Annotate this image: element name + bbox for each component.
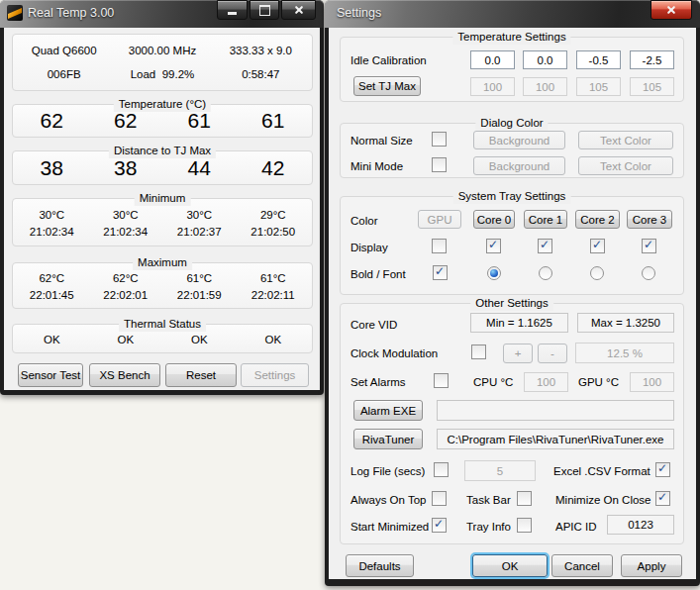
cpu-fsb-multiplier: 333.33 x 9.0 [212,45,310,56]
max-temp-core0: 62°C [15,272,89,284]
dist-core1: 38 [89,156,163,180]
mini-mode-checkbox[interactable] [432,157,447,172]
normal-text-color-button: Text Color [578,131,673,149]
cpu-frequency: 3000.00 MHz [113,45,211,56]
clock-minus-button: - [538,344,567,363]
maximize-icon [259,5,270,16]
dialog-color-group: Dialog Color Normal Size Background Text… [340,123,684,178]
thermal-status-label: Thermal Status [119,317,206,332]
start-minimized-label: Start Minimized [350,520,429,534]
set-alarms-checkbox[interactable] [434,373,449,388]
min-temp-core1: 30°C [89,209,163,221]
log-file-checkbox[interactable] [434,462,449,477]
display-label: Display [350,241,388,254]
min-temp-core3: 29°C [237,209,311,221]
font-core2-radio[interactable] [590,266,604,280]
settings-window: Settings Temperature Settings Idle Calib… [325,0,700,586]
temperature-panel: Temperature (°C) 62 62 61 61 [12,104,313,138]
bold-font-checkbox[interactable] [433,265,448,280]
max-time-core2: 22:01:59 [162,289,237,301]
idle-cal-core2-input[interactable]: -0.5 [576,50,621,69]
clock-modulation-checkbox[interactable] [471,344,486,359]
minimize-button[interactable] [217,0,248,20]
excel-csv-checkbox[interactable] [655,462,670,477]
set-tj-max-button[interactable]: Set TJ Max [353,76,421,96]
font-core3-radio[interactable] [642,266,655,280]
defaults-button[interactable]: Defaults [346,554,414,577]
realtemp-window: Real Temp 3.00 Quad Q6600 3000.00 MHz 33… [0,0,324,395]
system-tray-group: System Tray Settings Color GPU Core 0 Co… [340,196,684,295]
idle-cal-core0-input[interactable]: 0.0 [470,50,515,69]
clock-modulation-label: Clock Modulation [350,346,438,360]
max-time-core0: 22:01:45 [15,289,89,301]
min-temp-core2: 30°C [162,209,237,221]
rivatuner-button[interactable]: RivaTuner [353,429,423,449]
alarm-exe-path-field[interactable] [437,400,674,421]
alarm-exe-button[interactable]: Alarm EXE [353,400,423,421]
settings-close-button[interactable] [650,0,692,20]
gpu-alarm-label: GPU °C [578,375,619,389]
realtemp-client: Quad Q6600 3000.00 MHz 333.33 x 9.0 006F… [4,28,320,390]
log-secs-field: 5 [464,460,536,481]
display-core0-checkbox[interactable] [486,239,501,253]
font-core0-radio[interactable] [487,266,501,280]
temperature-settings-label: Temperature Settings [452,30,570,45]
reset-button[interactable]: Reset [165,363,237,387]
log-file-label: Log File (secs) [350,464,425,478]
core2-color-button[interactable]: Core 2 [575,210,620,229]
temp-core0: 62 [15,109,89,133]
minimum-panel: Minimum 30°C 30°C 30°C 29°C 21:02:34 21:… [12,198,313,246]
task-bar-checkbox[interactable] [517,491,532,506]
clock-plus-button: + [503,344,533,363]
system-tray-label: System Tray Settings [453,189,571,204]
start-minimized-checkbox[interactable] [432,518,447,533]
normal-size-label: Normal Size [350,134,413,148]
font-core1-radio[interactable] [539,266,552,280]
color-label: Color [350,214,377,228]
idle-cal-core3-input[interactable]: -2.5 [630,50,674,69]
tj-max-core1-field: 100 [523,77,567,96]
gpu-color-button: GPU [418,210,461,229]
close-button[interactable] [281,0,316,20]
max-time-core3: 22:02:11 [237,289,311,301]
normal-size-checkbox[interactable] [432,132,447,147]
set-alarms-label: Set Alarms [350,375,406,389]
apply-button[interactable]: Apply [621,554,682,577]
cancel-button[interactable]: Cancel [551,554,613,577]
cpu-alarm-field: 100 [524,372,568,392]
min-time-core2: 21:02:37 [162,226,237,238]
sensor-test-button[interactable]: Sensor Test [18,363,83,387]
minimize-on-close-checkbox[interactable] [655,491,670,506]
core0-color-button[interactable]: Core 0 [473,210,515,229]
mini-background-button: Background [473,156,565,175]
thermal-core1: OK [89,334,163,345]
dist-core2: 44 [162,156,237,180]
tj-max-core3-field: 105 [630,77,674,96]
xs-bench-button[interactable]: XS Bench [89,363,160,387]
settings-titlebar[interactable]: Settings [325,0,700,28]
rivatuner-path-field[interactable]: C:\Program Files\RivaTuner\RivaTuner.exe [437,429,674,449]
tray-info-checkbox[interactable] [517,518,532,533]
realtemp-titlebar[interactable]: Real Temp 3.00 [0,0,324,28]
normal-background-button: Background [473,131,565,149]
min-time-core0: 21:02:34 [15,226,89,238]
vid-min-field: Min = 1.1625 [470,313,568,333]
core-vid-label: Core VID [350,318,397,332]
thermal-core3: OK [237,334,311,345]
maximize-button[interactable] [250,0,279,20]
dist-core0: 38 [15,156,89,180]
ok-button[interactable]: OK [472,554,548,577]
excel-csv-label: Excel .CSV Format [553,464,650,478]
maximum-label: Maximum [133,255,192,270]
display-core2-checkbox[interactable] [590,239,605,253]
always-on-top-checkbox[interactable] [432,491,447,506]
gpu-alarm-field: 100 [630,372,674,392]
display-core3-checkbox[interactable] [642,239,656,253]
core1-color-button[interactable]: Core 1 [524,210,567,229]
minimum-label: Minimum [135,191,191,206]
core3-color-button[interactable]: Core 3 [627,210,672,229]
display-core1-checkbox[interactable] [538,239,552,253]
vid-max-field: Max = 1.3250 [577,313,674,333]
idle-cal-core1-input[interactable]: 0.0 [523,50,567,69]
display-gpu-checkbox[interactable] [432,239,447,253]
